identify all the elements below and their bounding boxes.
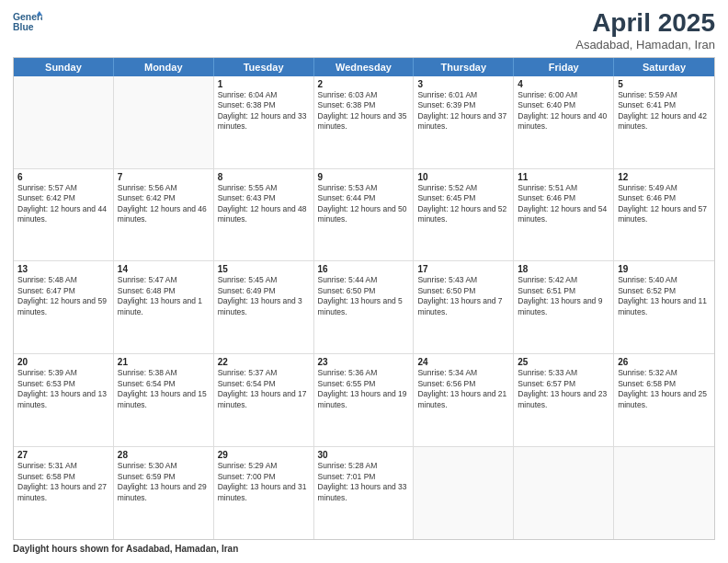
day-info: Sunrise: 5:57 AMSunset: 6:42 PMDaylight:… — [17, 183, 109, 225]
calendar-cell: 24Sunrise: 5:34 AMSunset: 6:56 PMDayligh… — [414, 354, 514, 446]
day-info: Sunrise: 5:42 AMSunset: 6:51 PMDaylight:… — [518, 275, 609, 317]
calendar-cell: 30Sunrise: 5:28 AMSunset: 7:01 PMDayligh… — [314, 447, 415, 539]
calendar-cell: 4Sunrise: 6:00 AMSunset: 6:40 PMDaylight… — [514, 76, 614, 168]
day-number: 19 — [618, 264, 711, 274]
day-info: Sunrise: 5:44 AMSunset: 6:50 PMDaylight:… — [318, 275, 410, 317]
calendar-cell — [514, 447, 614, 539]
calendar-cell: 29Sunrise: 5:29 AMSunset: 7:00 PMDayligh… — [214, 447, 314, 539]
calendar-week-row: 1Sunrise: 6:04 AMSunset: 6:38 PMDaylight… — [14, 76, 714, 169]
day-info: Sunrise: 5:37 AMSunset: 6:54 PMDaylight:… — [218, 368, 310, 410]
calendar-header: SundayMondayTuesdayWednesdayThursdayFrid… — [14, 58, 714, 76]
day-number: 17 — [417, 264, 509, 274]
day-info: Sunrise: 5:39 AMSunset: 6:53 PMDaylight:… — [17, 368, 109, 410]
day-number: 7 — [118, 172, 210, 182]
day-number: 4 — [518, 79, 609, 89]
calendar-cell: 7Sunrise: 5:56 AMSunset: 6:42 PMDaylight… — [114, 169, 214, 261]
calendar-cell: 26Sunrise: 5:32 AMSunset: 6:58 PMDayligh… — [614, 354, 714, 446]
logo: General Blue — [13, 9, 42, 35]
calendar-cell: 23Sunrise: 5:36 AMSunset: 6:55 PMDayligh… — [314, 354, 415, 446]
day-number: 11 — [518, 172, 609, 182]
day-number: 22 — [218, 357, 310, 367]
day-number: 1 — [218, 79, 310, 89]
day-number: 28 — [118, 450, 210, 460]
calendar-cell: 10Sunrise: 5:52 AMSunset: 6:45 PMDayligh… — [414, 169, 514, 261]
generalblue-logo-icon: General Blue — [13, 9, 42, 35]
day-of-week-header: Monday — [114, 58, 214, 76]
calendar-cell: 2Sunrise: 6:03 AMSunset: 6:38 PMDaylight… — [314, 76, 415, 168]
location-subtitle: Asadabad, Hamadan, Iran — [575, 38, 715, 52]
day-number: 15 — [218, 264, 310, 274]
day-number: 6 — [17, 172, 109, 182]
day-info: Sunrise: 5:49 AMSunset: 6:46 PMDaylight:… — [618, 183, 711, 225]
day-info: Sunrise: 5:55 AMSunset: 6:43 PMDaylight:… — [218, 183, 310, 225]
calendar-cell: 20Sunrise: 5:39 AMSunset: 6:53 PMDayligh… — [14, 354, 114, 446]
page: General Blue April 2025 Asadabad, Hamada… — [0, 0, 728, 563]
title-block: April 2025 Asadabad, Hamadan, Iran — [575, 9, 715, 52]
calendar-cell: 17Sunrise: 5:43 AMSunset: 6:50 PMDayligh… — [414, 261, 514, 353]
day-number: 23 — [318, 357, 410, 367]
day-info: Sunrise: 5:52 AMSunset: 6:45 PMDaylight:… — [417, 183, 509, 225]
day-info: Sunrise: 5:36 AMSunset: 6:55 PMDaylight:… — [318, 368, 410, 410]
day-number: 13 — [17, 264, 109, 274]
day-info: Sunrise: 5:47 AMSunset: 6:48 PMDaylight:… — [118, 275, 210, 317]
calendar-cell: 8Sunrise: 5:55 AMSunset: 6:43 PMDaylight… — [214, 169, 314, 261]
day-number: 5 — [618, 79, 711, 89]
day-info: Sunrise: 5:51 AMSunset: 6:46 PMDaylight:… — [518, 183, 609, 225]
day-info: Sunrise: 6:03 AMSunset: 6:38 PMDaylight:… — [318, 90, 410, 132]
calendar-cell: 15Sunrise: 5:45 AMSunset: 6:49 PMDayligh… — [214, 261, 314, 353]
day-number: 14 — [118, 264, 210, 274]
day-info: Sunrise: 5:43 AMSunset: 6:50 PMDaylight:… — [417, 275, 509, 317]
day-info: Sunrise: 6:04 AMSunset: 6:38 PMDaylight:… — [218, 90, 310, 132]
day-info: Sunrise: 5:28 AMSunset: 7:01 PMDaylight:… — [318, 461, 410, 503]
day-of-week-header: Friday — [514, 58, 614, 76]
day-number: 8 — [218, 172, 310, 182]
day-info: Sunrise: 5:53 AMSunset: 6:44 PMDaylight:… — [318, 183, 410, 225]
calendar-week-row: 20Sunrise: 5:39 AMSunset: 6:53 PMDayligh… — [14, 354, 714, 447]
day-number: 29 — [218, 450, 310, 460]
footer-description: shown for Asadabad, Hamadan, Iran — [80, 544, 238, 554]
calendar-cell: 11Sunrise: 5:51 AMSunset: 6:46 PMDayligh… — [514, 169, 614, 261]
day-of-week-header: Saturday — [614, 58, 714, 76]
day-number: 27 — [17, 450, 109, 460]
day-info: Sunrise: 5:45 AMSunset: 6:49 PMDaylight:… — [218, 275, 310, 317]
day-number: 21 — [118, 357, 210, 367]
header: General Blue April 2025 Asadabad, Hamada… — [13, 9, 715, 52]
day-info: Sunrise: 5:31 AMSunset: 6:58 PMDaylight:… — [17, 461, 109, 503]
day-number: 24 — [417, 357, 509, 367]
day-info: Sunrise: 6:00 AMSunset: 6:40 PMDaylight:… — [518, 90, 609, 132]
footer-note: Daylight hours shown for Asadabad, Hamad… — [13, 544, 715, 554]
calendar-cell: 14Sunrise: 5:47 AMSunset: 6:48 PMDayligh… — [114, 261, 214, 353]
day-info: Sunrise: 5:38 AMSunset: 6:54 PMDaylight:… — [118, 368, 210, 410]
day-number: 18 — [518, 264, 609, 274]
month-title: April 2025 — [575, 9, 715, 38]
calendar-cell: 9Sunrise: 5:53 AMSunset: 6:44 PMDaylight… — [314, 169, 415, 261]
day-info: Sunrise: 5:32 AMSunset: 6:58 PMDaylight:… — [618, 368, 711, 410]
day-number: 20 — [17, 357, 109, 367]
calendar: SundayMondayTuesdayWednesdayThursdayFrid… — [13, 57, 715, 540]
day-number: 2 — [318, 79, 410, 89]
svg-text:Blue: Blue — [13, 22, 34, 32]
day-of-week-header: Sunday — [14, 58, 114, 76]
day-info: Sunrise: 5:56 AMSunset: 6:42 PMDaylight:… — [118, 183, 210, 225]
calendar-cell: 16Sunrise: 5:44 AMSunset: 6:50 PMDayligh… — [314, 261, 415, 353]
day-info: Sunrise: 5:48 AMSunset: 6:47 PMDaylight:… — [17, 275, 109, 317]
calendar-cell: 28Sunrise: 5:30 AMSunset: 6:59 PMDayligh… — [114, 447, 214, 539]
day-of-week-header: Wednesday — [314, 58, 415, 76]
day-number: 12 — [618, 172, 711, 182]
calendar-cell: 21Sunrise: 5:38 AMSunset: 6:54 PMDayligh… — [114, 354, 214, 446]
day-number: 10 — [417, 172, 509, 182]
day-info: Sunrise: 5:30 AMSunset: 6:59 PMDaylight:… — [118, 461, 210, 503]
calendar-body: 1Sunrise: 6:04 AMSunset: 6:38 PMDaylight… — [14, 76, 714, 539]
day-number: 16 — [318, 264, 410, 274]
calendar-week-row: 27Sunrise: 5:31 AMSunset: 6:58 PMDayligh… — [14, 447, 714, 539]
calendar-cell — [414, 447, 514, 539]
day-info: Sunrise: 5:40 AMSunset: 6:52 PMDaylight:… — [618, 275, 711, 317]
calendar-cell: 6Sunrise: 5:57 AMSunset: 6:42 PMDaylight… — [14, 169, 114, 261]
day-info: Sunrise: 5:29 AMSunset: 7:00 PMDaylight:… — [218, 461, 310, 503]
calendar-cell — [14, 76, 114, 168]
svg-text:General: General — [13, 12, 42, 22]
day-info: Sunrise: 5:34 AMSunset: 6:56 PMDaylight:… — [417, 368, 509, 410]
calendar-week-row: 13Sunrise: 5:48 AMSunset: 6:47 PMDayligh… — [14, 261, 714, 354]
day-number: 26 — [618, 357, 711, 367]
footer-label: Daylight hours — [13, 544, 77, 554]
